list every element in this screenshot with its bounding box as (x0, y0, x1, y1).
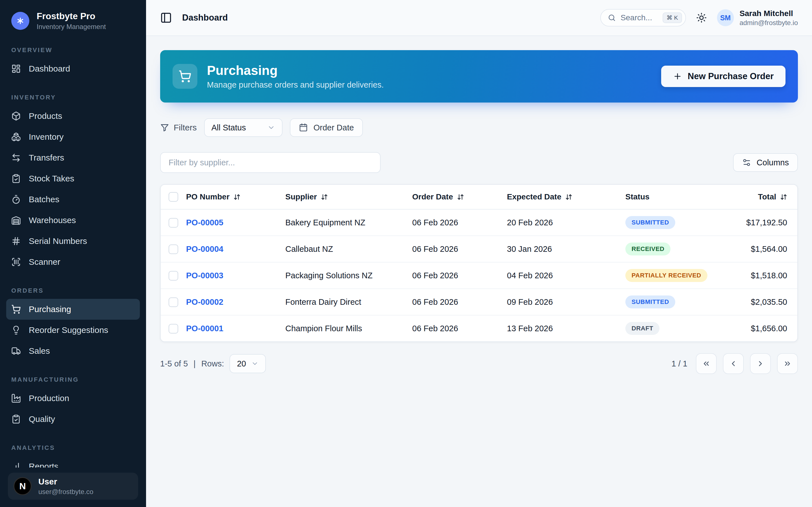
table-row: PO-00005 Bakery Equipment NZ 06 Feb 2026… (161, 209, 797, 236)
status-badge: DRAFT (625, 322, 659, 335)
po-number-link[interactable]: PO-00002 (186, 297, 223, 306)
boxes-icon (11, 132, 21, 142)
column-header-supplier[interactable]: Supplier (285, 185, 412, 209)
user-avatar: N (13, 477, 32, 495)
sidebar-nav: OVERVIEW Dashboard INVENTORY Products In… (0, 34, 146, 507)
chevron-down-icon (267, 124, 275, 131)
column-header-order-date[interactable]: Order Date (412, 185, 507, 209)
status-badge: RECEIVED (625, 242, 670, 256)
purchase-orders-table-card: PO Number Supplier Order Date (160, 184, 798, 342)
table-row: PO-00004 Callebaut NZ 06 Feb 2026 30 Jan… (161, 236, 797, 262)
supplier-cell: Packaging Solutions NZ (285, 262, 412, 289)
grid-icon (11, 64, 21, 73)
sidebar-item-inventory[interactable]: Inventory (6, 126, 140, 147)
total-cell: $17,192.50 (741, 209, 797, 236)
previous-page-button[interactable] (723, 353, 744, 374)
search-input[interactable] (620, 13, 658, 22)
order-date-filter-button[interactable]: Order Date (290, 118, 363, 137)
column-header-po-number[interactable]: PO Number (186, 185, 285, 209)
column-header-expected-date[interactable]: Expected Date (507, 185, 625, 209)
first-page-button[interactable] (696, 353, 717, 374)
purchase-orders-table: PO Number Supplier Order Date (161, 185, 797, 341)
calendar-icon (299, 123, 308, 132)
sidebar-item-serial-numbers[interactable]: Serial Numbers (6, 231, 140, 251)
table-row: PO-00001 Champion Flour Mills 06 Feb 202… (161, 315, 797, 341)
sort-icon (780, 193, 787, 201)
expected-date-cell: 04 Feb 2026 (507, 262, 625, 289)
table-body: PO-00005 Bakery Equipment NZ 06 Feb 2026… (161, 209, 797, 341)
page-title: Dashboard (182, 13, 228, 23)
column-header-total[interactable]: Total (741, 185, 797, 209)
sidebar-item-stock-takes[interactable]: Stock Takes (6, 168, 140, 189)
status-badge: SUBMITTED (625, 295, 675, 308)
clipboard-icon (11, 174, 21, 183)
topbar-user-name: Sarah Mitchell (740, 9, 798, 18)
funnel-icon (160, 123, 169, 132)
chevron-right-icon (756, 359, 765, 368)
select-all-checkbox[interactable] (168, 192, 178, 202)
brand-logo-asterisk-icon (11, 12, 29, 30)
sort-icon (457, 193, 464, 201)
row-checkbox[interactable] (168, 271, 178, 281)
search-icon (608, 13, 616, 22)
theme-toggle-button[interactable] (696, 12, 707, 23)
row-checkbox[interactable] (168, 244, 178, 254)
search-box[interactable]: ⌘ K (600, 9, 686, 26)
sidebar-section: INVENTORY Products Inventory Transfers S… (6, 94, 140, 272)
sidebar-item-scanner[interactable]: Scanner (6, 251, 140, 272)
box-icon (11, 111, 21, 121)
sidebar-item-sales[interactable]: Sales (6, 341, 140, 361)
scan-icon (11, 257, 21, 267)
next-page-button[interactable] (750, 353, 771, 374)
new-purchase-order-button[interactable]: New Purchase Order (661, 66, 785, 87)
sidebar-item-dashboard[interactable]: Dashboard (6, 58, 140, 79)
sidebar-item-warehouses[interactable]: Warehouses (6, 210, 140, 231)
banner-subtitle: Manage purchase orders and supplier deli… (207, 80, 384, 90)
columns-button[interactable]: Columns (733, 153, 798, 172)
brand: Frostbyte Pro Inventory Management (0, 0, 146, 34)
column-header-status: Status (625, 185, 741, 209)
order-date-cell: 06 Feb 2026 (412, 236, 507, 262)
sidebar-section: MANUFACTURING Production Quality (6, 376, 140, 430)
new-purchase-order-label: New Purchase Order (688, 71, 774, 81)
rows-per-page-select[interactable]: 20 (230, 354, 266, 373)
chevron-left-icon (729, 359, 738, 368)
po-number-link[interactable]: PO-00001 (186, 324, 223, 333)
rows-label: Rows: (201, 359, 224, 369)
row-checkbox[interactable] (168, 297, 178, 307)
expected-date-cell: 20 Feb 2026 (507, 209, 625, 236)
pagination-left: 1-5 of 5 | Rows: 20 (160, 354, 266, 373)
sidebar-section-header: ORDERS (6, 287, 140, 294)
sidebar-item-reorder-suggestions[interactable]: Reorder Suggestions (6, 320, 140, 341)
last-page-button[interactable] (777, 353, 798, 374)
po-number-link[interactable]: PO-00003 (186, 271, 223, 280)
sort-icon (321, 193, 328, 201)
sidebar-section-header: ANALYTICS (6, 444, 140, 452)
status-filter-value: All Status (211, 123, 246, 132)
status-badge: PARTIALLY RECEIVED (625, 269, 707, 282)
clipboard-icon (11, 414, 21, 424)
row-checkbox[interactable] (168, 218, 178, 228)
sidebar-toggle-button[interactable] (160, 12, 172, 24)
po-number-link[interactable]: PO-00004 (186, 244, 223, 253)
row-checkbox[interactable] (168, 324, 178, 334)
topbar: Dashboard ⌘ K SM Sarah Mitchell admin@fr… (146, 0, 812, 36)
total-cell: $2,035.50 (741, 289, 797, 315)
status-filter-select[interactable]: All Status (204, 118, 283, 137)
sidebar-item-purchasing[interactable]: Purchasing (6, 299, 140, 320)
expected-date-cell: 13 Feb 2026 (507, 315, 625, 341)
banner-title: Purchasing (207, 63, 384, 78)
po-number-link[interactable]: PO-00005 (186, 218, 223, 227)
sidebar-item-production[interactable]: Production (6, 388, 140, 409)
expected-date-cell: 09 Feb 2026 (507, 289, 625, 315)
sidebar-user-chip[interactable]: N User user@frostbyte.co (8, 473, 138, 500)
sidebar-item-products[interactable]: Products (6, 106, 140, 126)
sidebar-item-transfers[interactable]: Transfers (6, 147, 140, 168)
sidebar-footer: N User user@frostbyte.co (0, 467, 146, 507)
supplier-filter-input[interactable] (160, 152, 380, 173)
sidebar-item-quality[interactable]: Quality (6, 409, 140, 430)
sun-icon (696, 12, 707, 23)
sidebar-item-batches[interactable]: Batches (6, 189, 140, 210)
purchasing-banner: Purchasing Manage purchase orders and su… (160, 50, 798, 103)
topbar-user-chip[interactable]: SM Sarah Mitchell admin@frostbyte.io (717, 9, 798, 27)
